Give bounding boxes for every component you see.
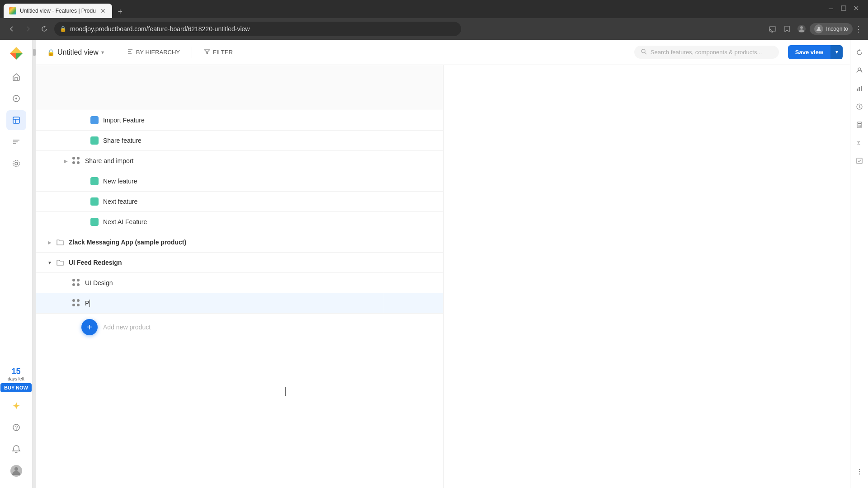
more-options-btn[interactable]: ⋮ [854, 24, 863, 34]
buy-now-btn[interactable]: BUY NOW [0, 383, 32, 392]
lock-icon: 🔒 [60, 26, 66, 32]
hierarchy-icon [127, 48, 133, 56]
panel-icon-user[interactable] [852, 63, 867, 78]
sidebar-item-integrations[interactable] [6, 154, 26, 174]
folder-icon [56, 238, 64, 246]
address-bar[interactable]: 🔒 moodjoy.productboard.com/feature-board… [54, 22, 461, 36]
close-btn[interactable] [852, 4, 861, 13]
svg-text:Σ: Σ [857, 140, 860, 146]
bookmark-icon[interactable] [781, 23, 793, 35]
svg-point-45 [859, 471, 859, 472]
sidebar-item-features[interactable] [6, 110, 26, 130]
maximize-btn[interactable] [839, 4, 848, 13]
svg-point-22 [14, 467, 18, 471]
sidebar-item-home[interactable] [6, 67, 26, 87]
svg-point-41 [860, 126, 861, 127]
panel-icon-clock[interactable] [852, 99, 867, 114]
feature-row[interactable]: UI Design [36, 273, 443, 293]
sidebar-item-ai[interactable] [6, 396, 26, 416]
sidebar-item-help[interactable]: ? [6, 418, 26, 437]
browser-tab[interactable]: Untitled view - Features | Produ ✕ [4, 4, 112, 18]
sidebar-item-insights[interactable] [6, 89, 26, 108]
toolbar: 🔒 Untitled view ▾ BY HIERARCHY FILTER [36, 40, 850, 65]
feature-row[interactable]: Next feature [36, 192, 443, 212]
feature-icon-dots [72, 157, 80, 165]
svg-point-44 [859, 469, 859, 470]
expand-btn[interactable] [60, 297, 72, 310]
text-cursor [90, 300, 90, 307]
column-headers [36, 65, 443, 110]
feature-icon-dots [72, 279, 80, 287]
hierarchy-btn[interactable]: BY HIERARCHY [123, 46, 184, 59]
svg-line-27 [645, 53, 646, 55]
feature-row-editing[interactable]: P [36, 293, 443, 314]
minimize-btn[interactable] [826, 4, 835, 13]
expand-btn[interactable] [78, 216, 90, 228]
tab-close-btn[interactable]: ✕ [99, 7, 107, 14]
product-name: Zlack Messaging App (sample product) [69, 239, 186, 246]
search-bar[interactable]: Search features, components & products..… [634, 46, 779, 59]
save-view-btn[interactable]: Save view [788, 45, 830, 59]
save-view-chevron-btn[interactable]: ▾ [830, 45, 843, 59]
add-product-text: dd new product [107, 324, 151, 331]
svg-point-17 [13, 160, 19, 167]
tab-favicon [9, 7, 16, 14]
panel-icon-more[interactable] [852, 465, 867, 479]
feature-row-product[interactable]: ▶ Zlack Messaging App (sample product) [36, 232, 443, 253]
svg-point-4 [818, 27, 820, 29]
scrollbar[interactable] [33, 40, 36, 488]
feature-name: Next feature [103, 198, 137, 205]
expand-collapse-btn[interactable]: ▶ [43, 236, 56, 249]
folder-icon [56, 258, 64, 267]
feature-row[interactable]: Share feature [36, 131, 443, 151]
expand-collapse-btn[interactable]: ▶ [60, 155, 72, 167]
expand-btn[interactable] [78, 175, 90, 188]
reload-btn[interactable] [38, 23, 51, 35]
feature-row-product[interactable]: ▼ UI Feed Redesign [36, 253, 443, 273]
add-product-btn[interactable]: + [81, 319, 98, 335]
svg-point-16 [15, 162, 18, 165]
forward-btn[interactable] [22, 23, 34, 35]
add-product-label[interactable]: Add new product [103, 324, 151, 331]
profile-icon[interactable] [795, 23, 808, 35]
feature-row[interactable]: Import Feature [36, 110, 443, 131]
panel-icon-check[interactable] [852, 154, 867, 168]
panel-icon-sigma[interactable]: Σ [852, 136, 867, 150]
incognito-icon [814, 24, 823, 33]
sidebar-item-profile[interactable] [6, 461, 26, 481]
url-text: moodjoy.productboard.com/feature-board/6… [70, 25, 250, 33]
feature-name: Next AI Feature [103, 218, 147, 225]
expand-btn[interactable] [78, 134, 90, 147]
feature-row[interactable]: ▶ Share and import [36, 151, 443, 171]
sidebar-item-notifications[interactable] [6, 439, 26, 459]
address-bar-actions: Incognito ⋮ [766, 23, 863, 35]
new-tab-btn[interactable]: + [114, 5, 127, 18]
feature-row[interactable]: New feature [36, 171, 443, 192]
save-view-btn-group: Save view ▾ [788, 45, 843, 59]
feature-list-main: Import Feature Share feature [36, 65, 443, 488]
search-placeholder: Search features, components & products..… [651, 49, 762, 56]
feature-name-editing[interactable]: P [85, 300, 90, 307]
expand-btn[interactable] [78, 114, 90, 127]
view-title-wrapper[interactable]: 🔒 Untitled view ▾ [43, 47, 108, 58]
expand-collapse-btn[interactable]: ▼ [43, 256, 56, 269]
panel-icon-chart[interactable] [852, 81, 867, 96]
panel-icon-refresh[interactable] [852, 45, 867, 60]
back-btn[interactable] [5, 23, 18, 35]
expand-btn[interactable] [60, 277, 72, 289]
svg-point-38 [860, 125, 861, 126]
feature-row[interactable]: Next AI Feature [36, 212, 443, 232]
filter-btn[interactable]: FILTER [199, 46, 237, 59]
svg-marker-18 [13, 402, 20, 409]
sidebar-item-roadmap[interactable] [6, 132, 26, 152]
svg-rect-43 [857, 158, 862, 164]
svg-rect-1 [769, 27, 776, 31]
cast-icon[interactable] [766, 23, 779, 35]
feature-name: UI Design [85, 279, 113, 286]
expand-btn[interactable] [78, 195, 90, 208]
svg-marker-5 [10, 47, 23, 53]
panel-icon-calculator[interactable] [852, 117, 867, 132]
incognito-label: Incognito [826, 26, 848, 32]
logo[interactable] [8, 45, 24, 61]
view-title: Untitled view [57, 48, 99, 56]
